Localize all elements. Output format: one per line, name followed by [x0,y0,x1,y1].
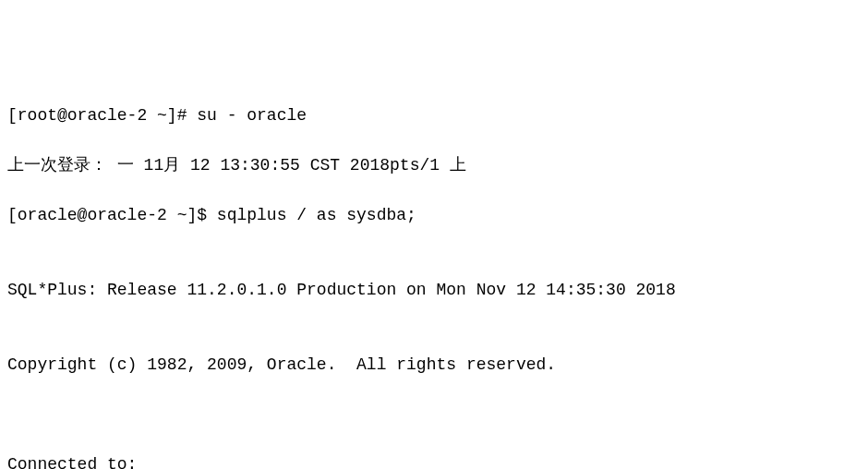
terminal-line: [oracle@oracle-2 ~]$ sqlplus / as sysdba… [7,203,861,228]
terminal-line: [root@oracle-2 ~]# su - oracle [7,103,861,128]
terminal-line: SQL*Plus: Release 11.2.0.1.0 Production … [7,278,861,303]
terminal-line: Connected to: [7,452,861,469]
terminal-line: Copyright (c) 1982, 2009, Oracle. All ri… [7,353,861,378]
terminal-line: 上一次登录： 一 11月 12 13:30:55 CST 2018pts/1 上 [7,153,861,178]
